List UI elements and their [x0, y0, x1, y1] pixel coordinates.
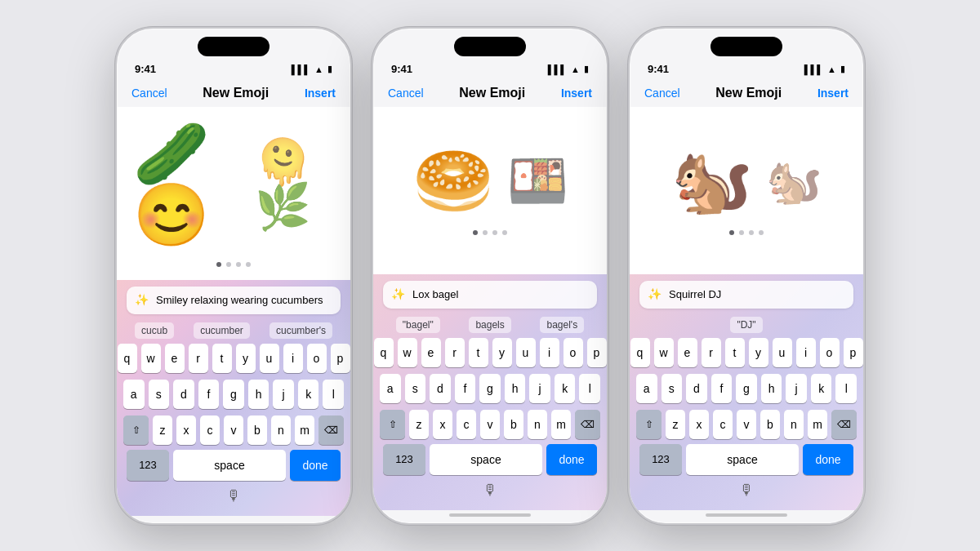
- key-backspace-1[interactable]: ⌫: [318, 415, 344, 445]
- key-backspace-3[interactable]: ⌫: [831, 410, 857, 439]
- key-b-3[interactable]: b: [760, 410, 780, 439]
- key-x-3[interactable]: x: [689, 410, 709, 439]
- key-w-1[interactable]: w: [141, 344, 161, 373]
- key-l-2[interactable]: l: [579, 374, 600, 403]
- key-n-3[interactable]: n: [784, 410, 804, 439]
- mic-icon-1[interactable]: 🎙: [226, 487, 241, 504]
- key-l-3[interactable]: l: [835, 374, 857, 403]
- key-y-1[interactable]: y: [236, 344, 256, 373]
- key-g-1[interactable]: g: [223, 380, 244, 409]
- key-x-2[interactable]: x: [433, 410, 452, 439]
- input-text-2[interactable]: Lox bagel: [412, 288, 589, 300]
- key-t-1[interactable]: t: [212, 344, 232, 373]
- key-a-3[interactable]: a: [636, 374, 657, 403]
- key-y-2[interactable]: y: [492, 338, 512, 367]
- key-g-2[interactable]: g: [479, 374, 501, 403]
- text-input-1[interactable]: ✨ Smiley relaxing wearing cucumbers: [127, 287, 341, 314]
- key-p-3[interactable]: p: [844, 338, 863, 367]
- key-o-1[interactable]: o: [307, 344, 327, 373]
- key-done-1[interactable]: done: [290, 450, 341, 481]
- key-t-3[interactable]: t: [725, 338, 745, 367]
- key-d-2[interactable]: d: [430, 374, 451, 403]
- key-e-3[interactable]: e: [678, 338, 697, 367]
- key-d-3[interactable]: d: [686, 374, 707, 403]
- key-shift-3[interactable]: ⇧: [636, 410, 662, 439]
- key-j-1[interactable]: j: [273, 380, 294, 409]
- key-m-1[interactable]: m: [295, 415, 314, 445]
- key-v-1[interactable]: v: [224, 415, 243, 445]
- key-d-1[interactable]: d: [173, 380, 194, 409]
- key-k-3[interactable]: k: [811, 374, 832, 403]
- key-h-2[interactable]: h: [505, 374, 526, 403]
- key-s-1[interactable]: s: [149, 380, 170, 409]
- cancel-button-2[interactable]: Cancel: [388, 87, 424, 100]
- key-v-2[interactable]: v: [480, 410, 500, 439]
- emoji-secondary-1[interactable]: 🫠🌿: [255, 140, 334, 229]
- key-x-1[interactable]: x: [176, 415, 196, 445]
- key-f-3[interactable]: f: [711, 374, 733, 403]
- key-m-2[interactable]: m: [551, 410, 571, 439]
- key-u-2[interactable]: u: [516, 338, 536, 367]
- key-k-1[interactable]: k: [298, 380, 319, 409]
- key-space-2[interactable]: space: [430, 444, 542, 475]
- key-shift-2[interactable]: ⇧: [380, 410, 405, 439]
- key-s-2[interactable]: s: [405, 374, 426, 403]
- key-z-1[interactable]: z: [153, 415, 172, 445]
- key-i-2[interactable]: i: [540, 338, 559, 367]
- key-f-2[interactable]: f: [455, 374, 476, 403]
- mic-icon-2[interactable]: 🎙: [483, 482, 497, 499]
- key-a-2[interactable]: a: [380, 374, 401, 403]
- key-space-3[interactable]: space: [686, 444, 799, 475]
- key-n-2[interactable]: n: [528, 410, 547, 439]
- key-i-1[interactable]: i: [283, 344, 303, 373]
- key-m-3[interactable]: m: [808, 410, 827, 439]
- key-c-3[interactable]: c: [713, 410, 733, 439]
- key-p-2[interactable]: p: [587, 338, 607, 367]
- key-123-2[interactable]: 123: [383, 444, 425, 475]
- input-text-1[interactable]: Smiley relaxing wearing cucumbers: [156, 294, 332, 306]
- text-input-2[interactable]: ✨ Lox bagel: [383, 281, 597, 309]
- key-done-3[interactable]: done: [803, 444, 853, 475]
- key-f-1[interactable]: f: [198, 380, 220, 409]
- insert-button-3[interactable]: Insert: [817, 87, 849, 100]
- key-s-3[interactable]: s: [662, 374, 683, 403]
- emoji-secondary-2[interactable]: 🍱: [507, 157, 568, 206]
- key-c-2[interactable]: c: [457, 410, 476, 439]
- key-r-3[interactable]: r: [702, 338, 721, 367]
- key-u-3[interactable]: u: [773, 338, 792, 367]
- autocomplete-3-0[interactable]: "DJ": [730, 317, 762, 333]
- key-l-1[interactable]: l: [323, 380, 344, 409]
- key-backspace-2[interactable]: ⌫: [575, 410, 600, 439]
- cancel-button-3[interactable]: Cancel: [644, 87, 680, 100]
- key-z-2[interactable]: z: [409, 410, 429, 439]
- emoji-secondary-3[interactable]: 🐿️: [766, 159, 822, 204]
- key-y-3[interactable]: y: [749, 338, 768, 367]
- key-done-2[interactable]: done: [546, 444, 597, 475]
- key-space-1[interactable]: space: [173, 450, 286, 481]
- key-b-1[interactable]: b: [247, 415, 267, 445]
- emoji-primary-3[interactable]: 🐿️: [671, 149, 753, 214]
- insert-button-2[interactable]: Insert: [561, 87, 592, 100]
- key-t-2[interactable]: t: [469, 338, 488, 367]
- key-h-3[interactable]: h: [761, 374, 782, 403]
- key-r-2[interactable]: r: [445, 338, 465, 367]
- key-q-1[interactable]: q: [118, 344, 137, 373]
- key-c-1[interactable]: c: [200, 415, 220, 445]
- autocomplete-2-0[interactable]: "bagel": [396, 317, 440, 333]
- cancel-button-1[interactable]: Cancel: [131, 87, 167, 100]
- key-w-3[interactable]: w: [654, 338, 674, 367]
- key-n-1[interactable]: n: [271, 415, 291, 445]
- autocomplete-2-1[interactable]: bagels: [469, 317, 510, 333]
- emoji-primary-2[interactable]: 🥯: [412, 149, 494, 214]
- key-shift-1[interactable]: ⇧: [123, 415, 149, 445]
- mic-icon-3[interactable]: 🎙: [739, 482, 754, 499]
- key-r-1[interactable]: r: [189, 344, 208, 373]
- key-h-1[interactable]: h: [248, 380, 270, 409]
- emoji-primary-1[interactable]: 🥒😊: [133, 123, 242, 246]
- key-j-3[interactable]: j: [786, 374, 807, 403]
- key-q-3[interactable]: q: [630, 338, 650, 367]
- key-o-3[interactable]: o: [820, 338, 840, 367]
- key-e-2[interactable]: e: [421, 338, 441, 367]
- key-w-2[interactable]: w: [398, 338, 417, 367]
- insert-button-1[interactable]: Insert: [305, 87, 336, 100]
